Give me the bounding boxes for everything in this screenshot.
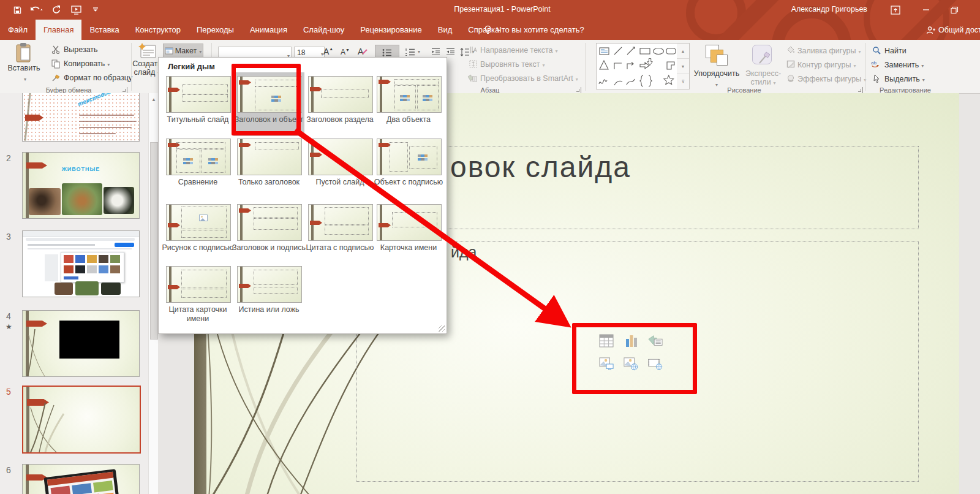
cut-button[interactable]: Вырезать bbox=[64, 45, 98, 54]
layout-option-6[interactable]: Пустой слайд bbox=[308, 139, 379, 175]
shrink-font-button[interactable]: А▼ bbox=[341, 48, 350, 56]
layout-option-0[interactable]: Титульный слайд bbox=[166, 76, 237, 113]
format-painter-button[interactable]: Формат по образцу bbox=[64, 74, 132, 82]
tab-7[interactable]: Рецензирование bbox=[352, 20, 429, 40]
replace-button[interactable]: Заменить bbox=[884, 61, 924, 69]
start-slideshow-icon[interactable] bbox=[70, 4, 82, 15]
align-text-button[interactable]: Выровнять текст bbox=[480, 60, 545, 69]
arrange-icon bbox=[702, 45, 729, 66]
layout-option-4[interactable]: Сравнение bbox=[166, 139, 237, 175]
annotation-box-layout bbox=[232, 64, 301, 135]
account-name[interactable]: Александр Григорьев bbox=[771, 5, 867, 13]
slide-thumbnail-1[interactable]: На текстового bbox=[22, 93, 140, 142]
layout-option-11[interactable]: Карточка имени bbox=[377, 204, 448, 241]
slide-number-3: 3 bbox=[6, 232, 20, 241]
shapes-scroll-up-icon[interactable]: ▲ bbox=[677, 44, 689, 59]
format-painter-icon bbox=[51, 74, 61, 82]
layout-option-13[interactable]: Истина или ложь bbox=[237, 266, 308, 303]
slide-thumbnail-6[interactable] bbox=[22, 464, 140, 494]
layout-option-3[interactable]: Два объекта bbox=[377, 76, 448, 113]
tab-1[interactable]: Главная bbox=[36, 20, 81, 40]
tab-6[interactable]: Слайд-шоу bbox=[295, 20, 352, 40]
grow-font-button[interactable]: А▲ bbox=[323, 47, 333, 56]
text-direction-button[interactable]: Направление текста bbox=[480, 46, 558, 55]
layout-thumbnail bbox=[377, 204, 442, 241]
layout-option-7[interactable]: Объект с подписью bbox=[377, 139, 448, 175]
copy-button[interactable]: Копировать bbox=[64, 59, 110, 68]
layout-thumbnail bbox=[308, 139, 373, 175]
animation-star-icon: ★ bbox=[6, 322, 12, 331]
layout-option-9[interactable]: Заголовок и подпись bbox=[237, 204, 308, 241]
menu-resize-grip[interactable] bbox=[439, 325, 445, 332]
restore-button[interactable] bbox=[946, 3, 963, 17]
layout-option-label: Цитата карточки имени bbox=[161, 305, 235, 324]
scroll-up-icon[interactable]: ▲ bbox=[149, 94, 158, 104]
slide-number-2: 2 bbox=[6, 153, 20, 163]
shape-effects-button[interactable]: Эффекты фигуры bbox=[797, 75, 866, 83]
layout-option-12[interactable]: Цитата карточки имени bbox=[166, 266, 237, 303]
slide-thumbnail-4[interactable] bbox=[22, 310, 140, 377]
slide-body-text[interactable]: йда bbox=[451, 243, 477, 261]
customize-quick-access-icon[interactable] bbox=[89, 4, 102, 15]
slide-thumbnail-2[interactable]: ЖИВОТНЫЕ bbox=[22, 152, 140, 219]
share-label: Общий дост bbox=[938, 26, 980, 34]
layout-option-5[interactable]: Только заголовок bbox=[237, 139, 308, 175]
layout-theme-name: Легкий дым bbox=[168, 62, 215, 71]
layout-thumbnail bbox=[166, 204, 231, 241]
layout-thumbnail bbox=[237, 139, 302, 175]
arrange-button[interactable]: Упорядочить bbox=[687, 69, 746, 78]
tab-3[interactable]: Конструктор bbox=[127, 20, 189, 40]
find-button[interactable]: Найти bbox=[884, 47, 907, 55]
paste-button[interactable]: Вставить bbox=[6, 43, 42, 83]
new-slide-label-1: Создать bbox=[132, 59, 162, 68]
quick-styles-icon bbox=[752, 44, 773, 66]
layout-thumbnail bbox=[237, 266, 302, 303]
layout-thumbnail bbox=[308, 204, 373, 241]
shapes-gallery[interactable] bbox=[596, 43, 678, 89]
select-button[interactable]: Выделить bbox=[884, 75, 925, 83]
slide-title-text[interactable]: овок слайда bbox=[450, 150, 631, 184]
convert-smartart-button[interactable]: Преобразовать в SmartArt bbox=[480, 74, 578, 83]
share-person-icon bbox=[926, 26, 935, 34]
layout-icon bbox=[165, 47, 173, 55]
save-icon[interactable] bbox=[11, 4, 23, 15]
slide-thumbnail-3[interactable] bbox=[22, 230, 140, 297]
redo-icon[interactable] bbox=[50, 4, 62, 15]
tab-2[interactable]: Вставка bbox=[81, 20, 127, 40]
select-icon bbox=[873, 74, 880, 83]
tell-me-box[interactable]: Что вы хотите сделать? bbox=[484, 20, 584, 40]
scrollbar-thumb[interactable] bbox=[150, 142, 158, 340]
tab-5[interactable]: Анимация bbox=[242, 20, 295, 40]
shape-outline-button[interactable]: Контур фигуры bbox=[797, 61, 856, 69]
layout-button[interactable]: Макет bbox=[163, 44, 203, 58]
ribbon: Вставить Вырезать Копировать Формат по о… bbox=[0, 40, 980, 94]
slide-thumbnail-5[interactable] bbox=[22, 386, 141, 454]
layout-option-label: Объект с подписью bbox=[372, 178, 445, 187]
layout-label: Макет bbox=[175, 47, 202, 55]
layout-option-2[interactable]: Заголовок раздела bbox=[308, 76, 379, 113]
layout-thumbnail bbox=[377, 76, 442, 113]
slide-number-5: 5 bbox=[6, 387, 20, 397]
thumbnail-scrollbar[interactable]: ▲ bbox=[148, 93, 158, 494]
tab-8[interactable]: Вид bbox=[430, 20, 461, 40]
clear-formatting-button[interactable]: А bbox=[358, 47, 368, 56]
shape-icons bbox=[597, 44, 677, 89]
minimize-button[interactable] bbox=[918, 3, 935, 17]
tab-4[interactable]: Переходы bbox=[189, 20, 242, 40]
layout-option-10[interactable]: Цитата с подписью bbox=[308, 204, 379, 241]
shapes-scrollbar[interactable]: ▲ ▼ ⊽ bbox=[677, 43, 690, 89]
tab-0[interactable]: Файл bbox=[0, 20, 36, 40]
paste-label: Вставить bbox=[8, 64, 40, 72]
layout-option-label: Два объекта bbox=[372, 115, 445, 124]
layout-thumbnail bbox=[237, 204, 302, 241]
layout-option-8[interactable]: Рисунок с подписью bbox=[166, 204, 237, 241]
quick-styles-button[interactable]: Экспресс- bbox=[739, 69, 788, 78]
ribbon-display-options-icon[interactable] bbox=[887, 3, 904, 17]
slide-thumbnail-panel: На текстового 2 ЖИВОТНЫЕ 3 4★ 5 6 bbox=[0, 93, 158, 494]
undo-icon[interactable] bbox=[28, 4, 45, 15]
share-button[interactable]: Общий дост bbox=[926, 20, 980, 40]
powerpoint-window: { "titlebar": { "title": "Презентация1 -… bbox=[0, 0, 980, 494]
shape-fill-button[interactable]: Заливка фигуры bbox=[797, 47, 861, 55]
layout-option-label: Рисунок с подписью bbox=[161, 243, 235, 253]
paste-dropdown[interactable] bbox=[21, 72, 26, 83]
